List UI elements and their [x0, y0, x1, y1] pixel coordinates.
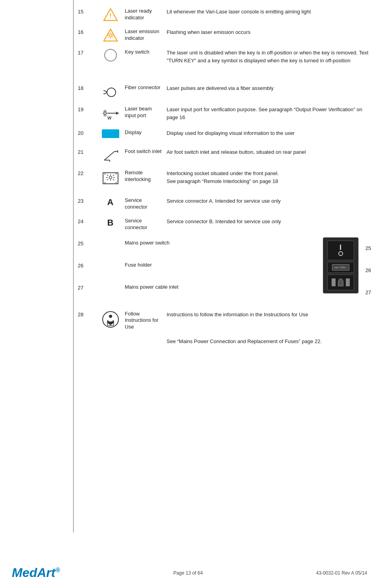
inlet-pin-2 [346, 278, 350, 286]
inlet-ground [338, 278, 343, 286]
row-label: Laser ready indicator [123, 7, 167, 21]
svg-line-23 [106, 111, 107, 112]
service-a-icon: A [107, 197, 114, 207]
row-icon [98, 28, 123, 42]
medart-logo: MedArt® [12, 566, 60, 580]
table-row: 20 Display Display used for displaying v… [78, 125, 371, 144]
symbols-table: 15 ! Laser ready indicator Lit whenever … [78, 4, 371, 353]
power-labels-section: 25 Mains power switch 26 Fuse holder 27 [78, 237, 323, 304]
svg-line-39 [107, 175, 108, 176]
row-number: 20 [78, 129, 98, 136]
power-side-numbers: 25 26 27 [366, 237, 371, 293]
row-desc: Interlocking socket situated under the f… [167, 169, 371, 185]
row-icon [98, 84, 123, 99]
svg-marker-2 [104, 29, 117, 41]
svg-text:!: ! [109, 13, 111, 19]
warning-triangle-icon: ! [103, 8, 118, 21]
content-area: 15 ! Laser ready indicator Lit whenever … [73, 0, 379, 532]
row-desc: Service connector B. Intended for servic… [167, 217, 371, 226]
row-number: 27 [78, 283, 98, 291]
svg-text:W: W [107, 116, 112, 120]
row-number: 26 [78, 261, 98, 269]
row-label: Follow Instructions for Use [123, 310, 167, 331]
row-label: Key switch [123, 48, 167, 56]
row-icon [98, 283, 123, 284]
registered-symbol: ® [55, 567, 60, 573]
power-num-26: 26 [366, 259, 371, 282]
logo-text: MedArt [12, 566, 55, 580]
svg-line-29 [104, 151, 114, 160]
row-number: 23 [78, 196, 98, 204]
fuse-label: max. 250V~ [334, 266, 347, 269]
row-desc: Service connector A. Intended for servic… [167, 196, 371, 205]
power-panel-row: 25 Mains power switch 26 Fuse holder 27 [78, 234, 371, 307]
svg-point-45 [109, 315, 112, 318]
svg-line-9 [112, 33, 113, 34]
page-number: Page 13 of 64 [173, 570, 203, 576]
row-icon [98, 239, 123, 240]
table-row: 28 [78, 307, 371, 334]
inlet-graphic [327, 274, 354, 290]
power-panel-area: max. 250V~ 25 26 27 [323, 237, 371, 293]
switch-line [340, 245, 341, 250]
fuse-inner-graphic: max. 250V~ [332, 264, 349, 271]
row-number: 25 [78, 239, 98, 246]
table-row: 16 Laser [78, 24, 371, 45]
page-footer: MedArt® Page 13 of 64 43-0032-01 Rev A 0… [0, 566, 379, 580]
svg-line-7 [108, 33, 109, 34]
svg-point-12 [107, 88, 116, 97]
table-row: 27 Mains power cable inlet [78, 282, 323, 304]
table-row: 21 Foot switch inlet Air foot switch inl… [78, 144, 371, 166]
table-row: 24 B Service connector Service connector… [78, 214, 371, 234]
svg-line-49 [113, 320, 114, 323]
svg-point-11 [109, 34, 112, 37]
table-row: 17 Key switch The laser unit is disabled… [78, 45, 371, 80]
row-icon: W [98, 105, 123, 121]
laser-beam-icon: W [102, 106, 119, 121]
fiber-connector-icon [103, 84, 118, 99]
row-desc: Instructions to follow the information i… [167, 310, 371, 319]
power-num-27: 27 [366, 282, 371, 304]
circle-icon [104, 49, 117, 62]
instructions-icon [102, 311, 119, 328]
row-icon [98, 129, 123, 138]
svg-line-8 [112, 37, 113, 38]
row-label: Laser beam input port [123, 105, 167, 119]
svg-line-42 [107, 179, 108, 180]
row-number: 16 [78, 28, 98, 35]
row-label: Mains power cable inlet [123, 283, 202, 291]
svg-line-21 [103, 111, 104, 112]
table-row: 18 Fiber connector Laser pulses are deli… [78, 80, 371, 102]
row-label: Remote interlocking [123, 169, 167, 183]
row-number: 17 [78, 48, 98, 56]
svg-marker-27 [116, 112, 119, 115]
row-icon: ! [98, 7, 123, 21]
foot-switch-icon [103, 148, 118, 162]
row-desc: Laser input port for verification purpos… [167, 105, 371, 121]
row-label: Service connector [123, 196, 167, 211]
switch-circle [338, 251, 343, 256]
row-icon [98, 310, 123, 328]
row-desc: Air foot switch inlet and release button… [167, 147, 371, 156]
power-panel-graphic: max. 250V~ [323, 237, 358, 293]
row-desc: Laser pulses are delivered via a fiber a… [167, 84, 371, 92]
svg-line-48 [107, 320, 108, 323]
laser-warning-icon [103, 28, 118, 42]
row-number: 19 [78, 105, 98, 112]
svg-line-24 [103, 115, 104, 116]
row-icon [98, 169, 123, 185]
power-num-25: 25 [366, 237, 371, 259]
table-row: 25 Mains power switch [78, 237, 323, 259]
display-icon [102, 129, 119, 138]
svg-line-40 [113, 179, 114, 180]
row-desc: Display used for displaying visual infor… [167, 129, 371, 137]
svg-line-22 [106, 115, 107, 116]
row-number: 18 [78, 84, 98, 91]
row-number: 21 [78, 147, 98, 155]
table-row: 15 ! Laser ready indicator Lit whenever … [78, 4, 371, 24]
service-b-icon: B [107, 218, 114, 228]
doc-reference: 43-0032-01 Rev A 05/14 [316, 570, 367, 576]
table-row: 23 A Service connector Service connector… [78, 193, 371, 214]
svg-point-25 [104, 112, 106, 114]
row-label: Fuse holder [123, 261, 202, 269]
